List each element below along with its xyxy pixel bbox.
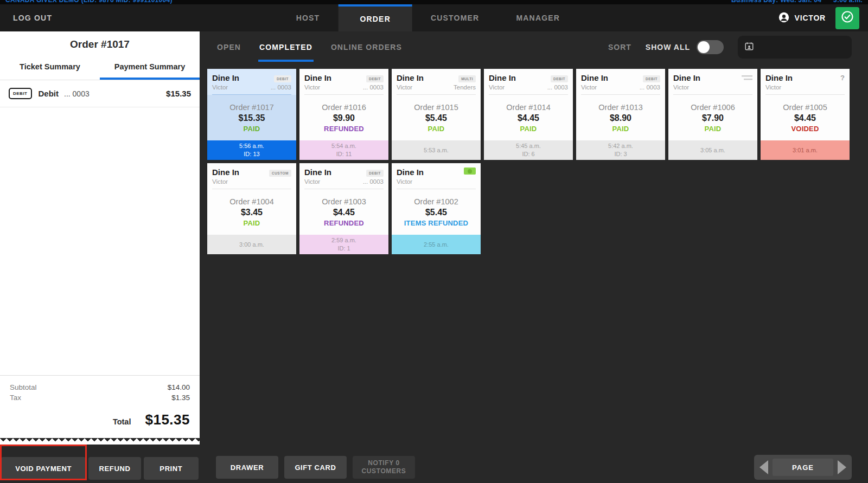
tender-info: ... 0003 [363, 84, 384, 91]
tender-badge: MULTI [458, 73, 476, 82]
order-number: Order #1017 [229, 103, 273, 112]
tender-badge: DEBIT [643, 73, 660, 82]
order-card[interactable]: Dine In DEBIT Victor ... 0003 Order #101… [299, 69, 388, 160]
card-badge: DEBIT [643, 75, 660, 82]
order-card-body: Order #1016 $9.90 REFUNDED [299, 95, 388, 140]
payment-card-last4: ... 0003 [64, 89, 90, 98]
gift-card-button[interactable]: GIFT CARD [284, 456, 347, 479]
total-value: $15.35 [145, 411, 190, 428]
order-card-body: Order #1005 $4.45 VOIDED [761, 95, 850, 140]
tab-completed[interactable]: COMPLETED [258, 33, 314, 62]
order-number: Order #1013 [598, 103, 642, 112]
order-card-footer: 3:00 a.m. [207, 235, 296, 254]
sort-button[interactable]: SORT [608, 43, 631, 51]
order-status: REFUNDED [324, 219, 364, 227]
date-search-input[interactable] [738, 36, 852, 59]
order-time: 2:55 a.m. [424, 241, 449, 249]
total-label: Total [113, 417, 131, 426]
order-card[interactable]: Dine In Victor Order #1006 $7.90 PAID 3:… [668, 69, 757, 160]
card-badge: CUSTOM [269, 170, 291, 177]
order-card-footer: 2:55 a.m. [392, 235, 481, 254]
nav-tab-host[interactable]: HOST [278, 4, 339, 31]
drawer-button[interactable]: DRAWER [216, 456, 278, 479]
merchant-label: CANADA GIVEX DEMO (LID: 9876 MID: 999110… [5, 0, 173, 4]
user-menu[interactable]: VICTOR [778, 11, 826, 25]
tab-payment-summary[interactable]: Payment Summary [100, 62, 200, 80]
order-card[interactable]: Dine In CUSTOM Victor Order #1004 $3.45 … [207, 163, 296, 254]
check-circle-icon [840, 10, 854, 26]
tender-info: ... 0003 [640, 84, 660, 91]
order-time: 3:05 a.m. [700, 146, 725, 154]
order-type: Dine In [673, 73, 700, 82]
order-card-header: Dine In DEBIT Victor ... 0003 [299, 69, 388, 95]
order-number: Order #1006 [691, 103, 735, 112]
order-amount: $5.45 [425, 208, 447, 217]
confirm-button[interactable] [835, 7, 859, 29]
server-name: Victor [673, 84, 689, 91]
server-name: Victor [304, 84, 320, 91]
order-card[interactable]: Dine In Victor Order #1002 $5.45 ITEMS R… [392, 163, 481, 254]
order-time: 2:59 a.m. [331, 236, 356, 244]
tab-ticket-summary[interactable]: Ticket Summary [0, 62, 100, 80]
order-card[interactable]: Dine In MULTI Victor Tenders Order #1015… [392, 69, 481, 160]
order-card-header: Dine In DEBIT Victor ... 0003 [207, 69, 296, 95]
tab-open[interactable]: OPEN [216, 33, 242, 62]
show-all-label: SHOW ALL [646, 43, 690, 51]
nav-tab-manager[interactable]: MANAGER [497, 4, 578, 31]
refund-button[interactable]: REFUND [88, 457, 141, 480]
tender-badge: CUSTOM [269, 167, 291, 177]
order-id: ID: 13 [244, 150, 259, 158]
order-card[interactable]: Dine In DEBIT Victor ... 0003 Order #101… [207, 69, 296, 160]
page-next-icon[interactable] [838, 460, 846, 474]
void-payment-button[interactable]: VOID PAYMENT [1, 457, 86, 480]
order-amount: $9.90 [333, 113, 355, 123]
subtotal-label: Subtotal [10, 383, 37, 391]
order-card-header: Dine In CUSTOM Victor [207, 163, 296, 189]
order-card[interactable]: Dine In DEBIT Victor ... 0003 Order #101… [484, 69, 573, 160]
receipt: Order #1017 Ticket Summary Payment Summa… [0, 31, 200, 438]
order-type: Dine In [397, 168, 424, 177]
order-card-body: Order #1014 $4.45 PAID [484, 95, 573, 140]
nav-tab-customer[interactable]: CUSTOMER [412, 4, 497, 31]
tax-value: $1.35 [171, 394, 190, 402]
order-type: Dine In [489, 73, 516, 82]
order-time: 5:56 a.m. [239, 142, 264, 150]
order-number: Order #1015 [414, 103, 458, 112]
server-name: Victor [581, 84, 597, 91]
order-card[interactable]: Dine In DEBIT Victor ... 0003 Order #101… [576, 69, 665, 160]
payment-amount: $15.35 [166, 89, 191, 98]
order-card[interactable]: Dine In DEBIT Victor ... 0003 Order #100… [299, 163, 388, 254]
order-card-footer: 5:54 a.m. ID: 11 [299, 140, 388, 160]
order-card-body: Order #1003 $4.45 REFUNDED [299, 189, 388, 235]
order-card-header: Dine In DEBIT Victor ... 0003 [299, 163, 388, 189]
page-prev-icon[interactable] [760, 460, 768, 474]
nav-tab-order[interactable]: ORDER [338, 4, 412, 31]
receipt-tear-edge [0, 438, 200, 445]
order-time: 5:45 a.m. [516, 142, 541, 150]
server-name: Victor [212, 84, 228, 91]
order-type: Dine In [304, 73, 331, 82]
order-status: REFUNDED [324, 125, 364, 133]
order-status: PAID [244, 219, 260, 227]
order-amount: $4.45 [518, 113, 539, 123]
tender-badge: DEBIT [366, 167, 384, 177]
payment-row[interactable]: DEBIT Debit ... 0003 $15.35 [0, 80, 200, 107]
logout-button[interactable]: LOG OUT [13, 4, 52, 31]
order-card-header: Dine In DEBIT Victor ... 0003 [484, 69, 573, 95]
tax-label: Tax [10, 394, 21, 402]
order-id: ID: 3 [614, 150, 627, 158]
notify-customers-button[interactable]: NOTIFY 0 CUSTOMERS [353, 456, 415, 479]
print-button[interactable]: PRINT [144, 457, 199, 480]
tender-badge: DEBIT [551, 73, 568, 82]
tender-badge [464, 167, 476, 177]
debit-badge: DEBIT [9, 88, 32, 99]
order-title: Order #1017 [0, 31, 200, 50]
order-card[interactable]: Dine In ? Victor Order #1005 $4.45 VOIDE… [761, 69, 850, 160]
show-all-toggle[interactable] [697, 40, 724, 54]
order-time: 5:53 a.m. [424, 146, 449, 154]
tab-online-orders[interactable]: ONLINE ORDERS [330, 33, 403, 62]
user-icon [778, 11, 790, 25]
left-panel: Order #1017 Ticket Summary Payment Summa… [0, 31, 200, 483]
lines-icon [742, 75, 752, 80]
server-name: Victor [489, 84, 505, 91]
